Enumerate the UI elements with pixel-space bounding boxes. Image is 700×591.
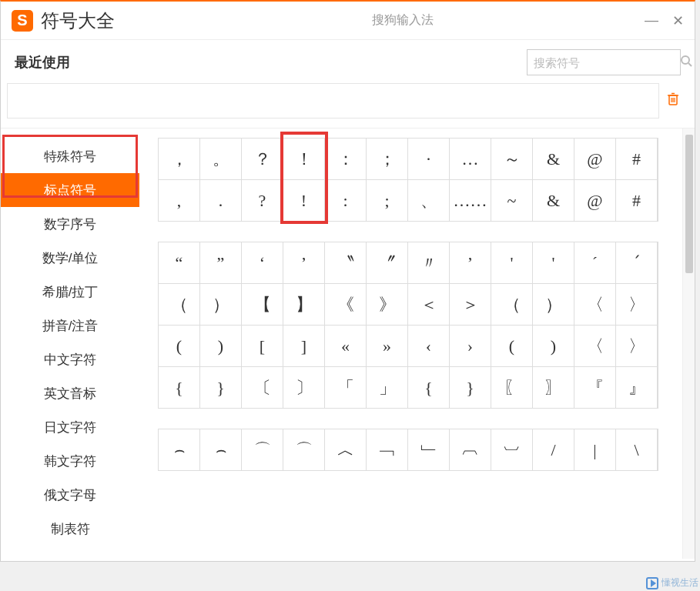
- search-input[interactable]: [534, 56, 680, 69]
- symbol-cell[interactable]: ,: [159, 180, 200, 222]
- symbol-cell[interactable]: 〔: [242, 367, 283, 409]
- symbol-cell[interactable]: 〃: [408, 242, 450, 284]
- symbol-cell[interactable]: |: [574, 429, 616, 471]
- sidebar-item-4[interactable]: 希腊/拉丁: [1, 275, 139, 309]
- symbol-cell[interactable]: ⌢: [200, 429, 242, 471]
- sidebar-item-6[interactable]: 中文字符: [1, 342, 139, 376]
- symbol-cell[interactable]: ⌢: [159, 429, 200, 471]
- symbol-cell[interactable]: 〉: [616, 284, 658, 326]
- symbol-cell[interactable]: !: [283, 180, 325, 222]
- symbol-cell[interactable]: ⌒: [242, 429, 283, 471]
- symbol-cell[interactable]: 『: [574, 367, 616, 409]
- recent-symbols-strip[interactable]: [7, 83, 659, 119]
- symbol-cell[interactable]: 〗: [533, 367, 574, 409]
- symbol-cell[interactable]: ︺: [491, 429, 533, 471]
- symbol-cell[interactable]: 〕: [283, 367, 325, 409]
- symbol-cell[interactable]: 〉: [616, 326, 658, 367]
- symbol-cell[interactable]: ’: [283, 242, 325, 284]
- symbol-cell[interactable]: ～: [491, 139, 533, 180]
- search-icon[interactable]: [680, 55, 692, 70]
- symbol-cell[interactable]: {: [159, 367, 200, 409]
- symbol-cell[interactable]: ！: [283, 139, 325, 180]
- scrollbar-thumb[interactable]: [685, 135, 693, 273]
- symbol-cell[interactable]: ﹁: [367, 429, 408, 471]
- symbol-cell[interactable]: .: [200, 180, 242, 222]
- close-button[interactable]: ✕: [672, 12, 684, 29]
- symbol-cell[interactable]: 「: [325, 367, 367, 409]
- symbol-cell[interactable]: ＜: [408, 284, 450, 326]
- symbol-cell[interactable]: ´: [574, 242, 616, 284]
- symbol-cell[interactable]: \: [616, 429, 658, 471]
- minimize-button[interactable]: —: [645, 12, 658, 29]
- search-box[interactable]: [527, 49, 681, 75]
- symbol-cell[interactable]: /: [533, 429, 574, 471]
- sidebar-item-11[interactable]: 制表符: [1, 512, 139, 546]
- symbol-cell[interactable]: :: [325, 180, 367, 222]
- sidebar-item-0[interactable]: 特殊符号: [1, 139, 139, 173]
- symbol-cell[interactable]: ）: [200, 284, 242, 326]
- symbol-cell[interactable]: ﹂: [408, 429, 450, 471]
- symbol-cell[interactable]: }: [200, 367, 242, 409]
- sidebar-item-7[interactable]: 英文音标: [1, 376, 139, 410]
- symbol-cell[interactable]: 。: [200, 139, 242, 180]
- symbol-cell[interactable]: ›: [450, 326, 491, 367]
- symbol-cell[interactable]: 〝: [325, 242, 367, 284]
- symbol-cell[interactable]: ): [533, 326, 574, 367]
- symbol-cell[interactable]: …: [450, 139, 491, 180]
- symbol-cell[interactable]: (: [159, 326, 200, 367]
- symbol-cell[interactable]: 〈: [574, 326, 616, 367]
- symbol-cell[interactable]: ”: [200, 242, 242, 284]
- symbol-cell[interactable]: «: [325, 326, 367, 367]
- symbol-cell[interactable]: 」: [367, 367, 408, 409]
- symbol-cell[interactable]: ?: [242, 180, 283, 222]
- sidebar-item-9[interactable]: 韩文字符: [1, 444, 139, 478]
- symbol-cell[interactable]: 〈: [574, 284, 616, 326]
- symbol-cell[interactable]: @: [574, 180, 616, 222]
- symbol-cell[interactable]: “: [159, 242, 200, 284]
- symbol-cell[interactable]: ⌒: [283, 429, 325, 471]
- symbol-cell[interactable]: &: [533, 180, 574, 222]
- symbol-cell[interactable]: @: [574, 139, 616, 180]
- symbol-cell[interactable]: ？: [242, 139, 283, 180]
- trash-icon[interactable]: [667, 92, 679, 110]
- symbol-cell[interactable]: ˊ: [616, 242, 658, 284]
- symbol-cell[interactable]: ︿: [325, 429, 367, 471]
- symbol-cell[interactable]: ;: [367, 180, 408, 222]
- symbol-cell[interactable]: {: [408, 367, 450, 409]
- symbol-cell[interactable]: #: [616, 139, 658, 180]
- sidebar-item-10[interactable]: 俄文字母: [1, 478, 139, 512]
- symbol-cell[interactable]: 《: [325, 284, 367, 326]
- symbol-cell[interactable]: 】: [283, 284, 325, 326]
- scrollbar[interactable]: [682, 129, 695, 559]
- symbol-cell[interactable]: ]: [283, 326, 325, 367]
- symbol-cell[interactable]: »: [367, 326, 408, 367]
- symbol-cell[interactable]: 【: [242, 284, 283, 326]
- symbol-cell[interactable]: 》: [367, 284, 408, 326]
- symbol-cell[interactable]: ‘: [242, 242, 283, 284]
- sidebar-item-5[interactable]: 拼音/注音: [1, 309, 139, 342]
- symbol-cell[interactable]: ': [533, 242, 574, 284]
- sidebar-item-1[interactable]: 标点符号: [1, 173, 139, 207]
- symbol-cell[interactable]: ……: [450, 180, 491, 222]
- sidebar-item-2[interactable]: 数字序号: [1, 207, 139, 241]
- symbol-cell[interactable]: [: [242, 326, 283, 367]
- symbol-cell[interactable]: #: [616, 180, 658, 222]
- symbol-cell[interactable]: }: [450, 367, 491, 409]
- sidebar-item-8[interactable]: 日文字符: [1, 410, 139, 444]
- symbol-cell[interactable]: （: [159, 284, 200, 326]
- symbol-cell[interactable]: &: [533, 139, 574, 180]
- sidebar-item-3[interactable]: 数学/单位: [1, 241, 139, 275]
- symbol-cell[interactable]: 』: [616, 367, 658, 409]
- symbol-cell[interactable]: 〞: [367, 242, 408, 284]
- symbol-cell[interactable]: ︹: [450, 429, 491, 471]
- symbol-cell[interactable]: ＞: [450, 284, 491, 326]
- symbol-cell[interactable]: ：: [325, 139, 367, 180]
- symbol-cell[interactable]: ·: [408, 139, 450, 180]
- symbol-cell[interactable]: ）: [533, 284, 574, 326]
- symbol-cell[interactable]: ': [491, 242, 533, 284]
- symbol-cell[interactable]: ): [200, 326, 242, 367]
- symbol-cell[interactable]: ~: [491, 180, 533, 222]
- symbol-cell[interactable]: 、: [408, 180, 450, 222]
- symbol-cell[interactable]: ’: [450, 242, 491, 284]
- symbol-cell[interactable]: 〖: [491, 367, 533, 409]
